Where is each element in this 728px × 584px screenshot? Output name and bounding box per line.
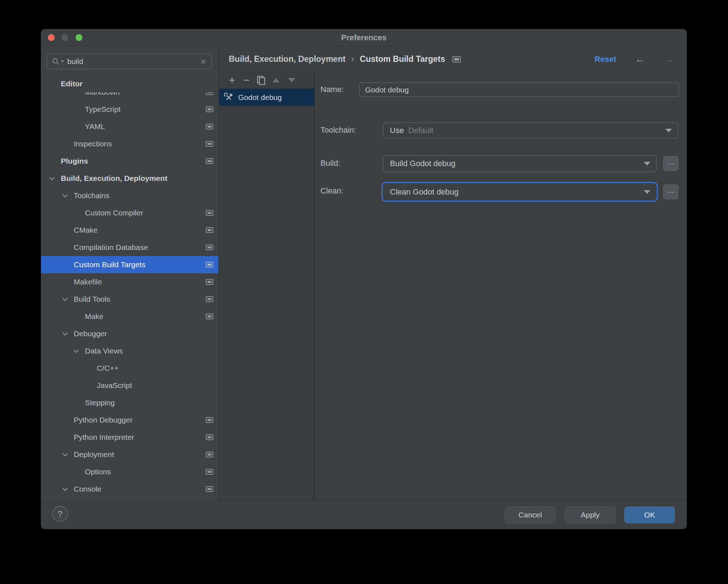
sidebar-item-label: Python Debugger (74, 416, 132, 424)
sidebar-item-custom-build-targets[interactable]: Custom Build Targets (41, 256, 218, 273)
sidebar-item-label: Inspections (74, 140, 112, 148)
found-in-search-icon (206, 486, 213, 492)
clean-browse-button[interactable]: ... (663, 184, 678, 199)
sidebar-item-python-interpreter[interactable]: Python Interpreter (41, 429, 218, 446)
sidebar-item-stepping[interactable]: Stepping (41, 394, 218, 411)
found-in-search-icon (206, 158, 213, 164)
toolchain-combobox[interactable]: Use Default (383, 122, 678, 138)
sidebar-item-build-tools[interactable]: Build Tools (41, 291, 218, 308)
sidebar-item-inspections[interactable]: Inspections (41, 135, 218, 152)
sidebar-item-toolchains[interactable]: Toolchains (41, 187, 218, 204)
targets-toolbar: +− (219, 72, 314, 88)
build-value: Build Godot debug (390, 159, 455, 168)
help-button[interactable]: ? (52, 506, 68, 522)
sidebar-item-label: Build, Execution, Deployment (61, 174, 167, 183)
chevron-down-icon (665, 129, 672, 132)
found-in-search-icon (206, 469, 213, 475)
sidebar-item-deployment[interactable]: Deployment (41, 446, 218, 463)
build-browse-button[interactable]: ... (663, 156, 678, 171)
sidebar-item-label: Build Tools (74, 295, 110, 304)
sidebar-item-label: Data Views (85, 347, 123, 355)
sidebar-item-label: Python Interpreter (74, 433, 134, 442)
sidebar-item-label: Make (85, 312, 103, 321)
sidebar-item-build-execution-deployment[interactable]: Build, Execution, Deployment (41, 170, 218, 187)
sidebar-item-typescript[interactable]: TypeScript (41, 101, 218, 118)
sidebar-item-label: CMake (74, 226, 98, 234)
chevron-down-icon[interactable] (63, 486, 68, 491)
clean-label: Clean: (320, 186, 343, 196)
found-in-search-icon (206, 106, 213, 112)
ok-button[interactable]: OK (624, 507, 675, 523)
remove-icon[interactable]: − (239, 75, 254, 86)
chevron-down-icon[interactable] (50, 175, 55, 180)
sidebar-item-label: Custom Compiler (85, 209, 143, 217)
chevron-down-icon[interactable] (63, 451, 68, 456)
chevron-down-icon (644, 162, 650, 165)
forward-arrow-icon: → (664, 54, 674, 64)
found-in-search-icon (206, 262, 213, 268)
sidebar-item-compilation-database[interactable]: Compilation Database (41, 239, 218, 256)
sidebar-item-make[interactable]: Make (41, 308, 218, 325)
sidebar-item-label: Debugger (74, 329, 107, 338)
dialog-footer: ? Cancel Apply OK (41, 500, 687, 529)
sidebar-item-label: Custom Build Targets (74, 260, 145, 269)
name-field[interactable] (359, 82, 679, 97)
chevron-down-icon[interactable] (63, 296, 68, 301)
settings-sidebar: × EditorMarkdownTypeScriptYAMLInspection… (41, 46, 219, 500)
found-in-search-icon (206, 296, 213, 302)
sidebar-item-label: JavaScript (97, 381, 132, 390)
found-in-search-icon (206, 141, 213, 147)
build-targets-panel: +− Godot debug (219, 72, 315, 500)
sidebar-item-c-c[interactable]: C/C++ (41, 360, 218, 377)
breadcrumb-parent[interactable]: Build, Execution, Deployment (229, 54, 346, 64)
sidebar-item-label: Editor (61, 79, 83, 88)
sidebar-item-label: Toolchains (74, 191, 109, 200)
sidebar-item-cmake[interactable]: CMake (41, 222, 218, 239)
sidebar-item-label: Options (85, 467, 111, 476)
found-in-search-icon (206, 124, 213, 129)
target-form: Name: Toolchain: Use Default Build: Buil… (315, 72, 687, 500)
sidebar-item-custom-compiler[interactable]: Custom Compiler (41, 204, 218, 222)
clean-combobox[interactable]: Clean Godot debug (383, 183, 657, 201)
apply-button[interactable]: Apply (565, 507, 615, 523)
add-icon[interactable]: + (225, 75, 239, 86)
found-in-search-icon (206, 314, 213, 319)
sidebar-item-javascript[interactable]: JavaScript (41, 377, 218, 394)
window-title: Preferences (41, 29, 687, 46)
chevron-down-icon[interactable] (74, 348, 79, 353)
toolchain-use-text: Use (390, 126, 404, 135)
sidebar-item-python-debugger[interactable]: Python Debugger (41, 411, 218, 429)
sidebar-item-data-views[interactable]: Data Views (41, 342, 218, 360)
settings-header: Build, Execution, Deployment › Custom Bu… (219, 46, 687, 72)
sidebar-item-editor[interactable]: Editor (41, 75, 218, 92)
sidebar-item-label: C/C++ (97, 364, 119, 373)
duplicate-icon[interactable] (257, 76, 264, 85)
preferences-dialog: Preferences × EditorMarkdownTypeScriptYA… (41, 29, 687, 529)
name-label: Name: (320, 85, 344, 94)
sidebar-item-makefile[interactable]: Makefile (41, 273, 218, 291)
sidebar-item-console[interactable]: Console (41, 480, 218, 498)
breadcrumb-separator-icon: › (351, 54, 354, 64)
back-arrow-icon[interactable]: ← (635, 54, 645, 64)
found-in-search-icon (206, 210, 213, 216)
toolchain-value: Default (408, 126, 433, 135)
reset-link[interactable]: Reset (595, 55, 616, 64)
sidebar-item-debugger[interactable]: Debugger (41, 325, 218, 342)
sidebar-item-options[interactable]: Options (41, 463, 218, 480)
cancel-button[interactable]: Cancel (505, 507, 555, 523)
found-in-search-icon (206, 434, 213, 440)
sidebar-item-label: Deployment (74, 450, 114, 459)
sidebar-item-plugins[interactable]: Plugins (41, 152, 218, 170)
chevron-down-icon[interactable] (63, 330, 68, 336)
form-separator (320, 112, 678, 112)
build-target-tools-icon (224, 93, 233, 102)
build-label: Build: (320, 159, 340, 168)
target-list-item-godot-debug[interactable]: Godot debug (219, 89, 314, 106)
sidebar-item-label: Stepping (85, 398, 115, 407)
sidebar-item-label: Compilation Database (74, 243, 148, 252)
build-combobox[interactable]: Build Godot debug (383, 155, 657, 172)
sidebar-item-yaml[interactable]: YAML (41, 118, 218, 135)
found-in-search-icon (206, 279, 213, 285)
chevron-down-icon[interactable] (63, 192, 68, 197)
sidebar-item-label: Makefile (74, 278, 102, 286)
